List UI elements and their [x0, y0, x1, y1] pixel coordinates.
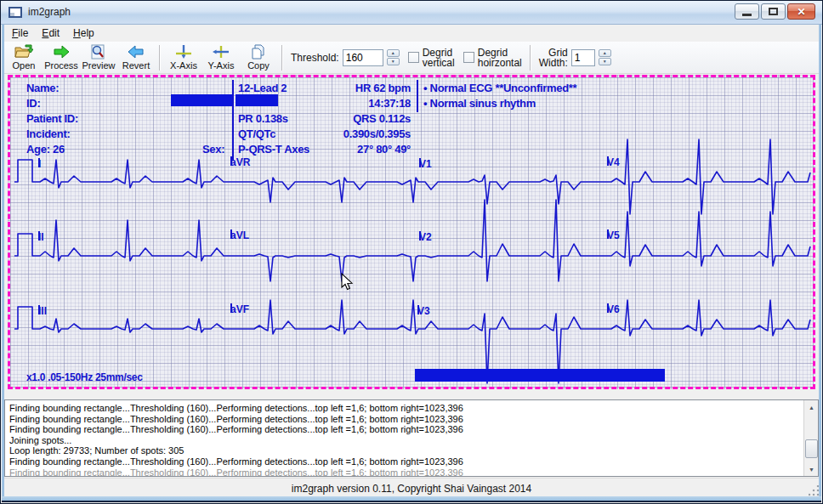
threshold-label: Threshold: [291, 52, 339, 64]
x-axis-icon [174, 44, 193, 59]
menu-item-help[interactable]: Help [66, 25, 101, 42]
mouse-cursor [341, 273, 356, 292]
log-lines: Finding bounding rectangle...Thresholdin… [9, 403, 801, 477]
ecg-waveform-row-1 [14, 139, 810, 214]
process-arrow-icon [52, 44, 71, 59]
title-bar: im2graph ✕ [1, 1, 822, 25]
redaction-bar [171, 94, 232, 106]
degrid-horizontal-label: Degridhoirzontal [478, 48, 522, 68]
menu-item-file[interactable]: File [5, 25, 35, 42]
menu-item-edit[interactable]: Edit [35, 25, 66, 42]
copy-button[interactable]: Copy [240, 42, 277, 73]
toolbar: Open Process Preview Revert X-Axis Y-Axi… [2, 42, 821, 74]
ecg-qt-values: 0.390s/0.395s [299, 127, 411, 143]
close-icon: ✕ [797, 7, 805, 17]
ecg-trace-svg [10, 77, 813, 387]
ecg-lead-type: 12-Lead 2 [238, 82, 287, 94]
ecg-qrs-value: QRS 0.112s [299, 112, 411, 127]
ecg-id-label: ID: [26, 97, 40, 110]
window-border-bottom [2, 496, 821, 502]
x-axis-button[interactable]: X-Axis [165, 42, 202, 73]
status-bar: im2graph version 0.11, Copyright Shai Va… [2, 478, 821, 498]
open-button[interactable]: Open [5, 42, 43, 73]
log-line: Loop length: 29733; Number of spots: 305 [9, 445, 801, 456]
process-button[interactable]: Process [43, 42, 80, 73]
app-window: im2graph ✕ File Edit Help Open Process P… [0, 0, 823, 504]
ecg-image-panel[interactable]: Name: ID: Patient ID: Incident: Age: 26 … [8, 75, 815, 389]
grid-width-input[interactable] [571, 49, 595, 66]
grid-width-spinner-down[interactable]: ▼ [599, 58, 611, 65]
minimize-button[interactable] [735, 3, 759, 20]
revert-button[interactable]: Revert [117, 42, 155, 73]
toolbar-separator [530, 45, 531, 71]
ecg-pr-value: PR 0.138s [238, 112, 288, 125]
ecg-patient-id-label: Patient ID: [26, 112, 78, 125]
toolbar-separator [159, 45, 161, 71]
window-title: im2graph [28, 6, 71, 18]
log-output-panel[interactable]: Finding bounding rectangle...Thresholdin… [4, 399, 819, 477]
log-line: Joining spots... [9, 435, 801, 446]
ecg-name-label: Name: [26, 82, 59, 94]
status-text: im2graph version 0.11, Copyright Shai Va… [292, 483, 531, 495]
ecg-measurements: HR 62 bpm 14:37:18 QRS 0.112s 0.390s/0.3… [299, 82, 411, 158]
ecg-qt-label: QT/QTc [238, 127, 275, 140]
ecg-footer: x1.0 .05-150Hz 25mm/sec [26, 371, 143, 383]
ecg-incident-label: Incident: [26, 127, 70, 140]
ecg-age-value: Age: 26 [26, 143, 65, 156]
close-button[interactable]: ✕ [787, 3, 815, 20]
threshold-input[interactable] [343, 49, 383, 66]
revert-arrow-icon [127, 44, 145, 59]
degrid-vertical-checkbox[interactable] [408, 52, 419, 63]
grid-width-label: GridWidth: [539, 48, 568, 68]
redaction-bar [415, 369, 665, 382]
redaction-bar [236, 94, 278, 106]
window-border-right [819, 25, 821, 498]
ecg-sex-label: Sex: [202, 143, 224, 156]
degrid-horizontal-checkbox[interactable] [463, 52, 474, 63]
scrollbar-down-button[interactable]: ▼ [804, 462, 819, 476]
preview-button[interactable]: Preview [80, 42, 117, 73]
window-border-left [2, 25, 4, 498]
threshold-spinner-down[interactable]: ▼ [387, 58, 400, 65]
log-line: Finding bounding rectangle...Thresholdin… [9, 456, 801, 467]
log-scrollbar[interactable]: ▲ ▼ [803, 400, 818, 476]
copy-icon [249, 44, 268, 59]
scrollbar-up-button[interactable]: ▲ [804, 400, 819, 414]
ecg-column-divider [232, 80, 234, 160]
ecg-time-value: 14:37:18 [299, 97, 411, 112]
minimize-icon [742, 14, 752, 16]
preview-magnifier-icon [89, 44, 108, 59]
ecg-column-divider [417, 80, 418, 112]
ecg-axes-values: 27° 80° 49° [299, 143, 411, 158]
ecg-waveform-row-2 [14, 200, 810, 281]
log-line-partial: Finding bounding rectangle...Thresholdin… [9, 467, 801, 477]
y-axis-button[interactable]: Y-Axis [202, 42, 240, 73]
y-axis-icon [212, 44, 230, 59]
log-line: Finding bounding rectangle...Thresholdin… [9, 424, 801, 435]
scrollbar-thumb[interactable] [805, 439, 818, 458]
grid-width-spinner-up[interactable]: ▲ [599, 49, 611, 57]
menu-bar: File Edit Help [2, 25, 821, 42]
threshold-spinner-up[interactable]: ▲ [387, 49, 400, 57]
ecg-finding-2: • Normal sinus rhythm [423, 97, 536, 110]
ecg-finding-1: • Normal ECG **Unconfirmed** [423, 82, 576, 94]
log-line: Finding bounding rectangle...Thresholdin… [9, 403, 801, 414]
app-icon [9, 7, 22, 18]
degrid-vertical-label: Degridvertical [423, 48, 455, 68]
toolbar-separator [281, 45, 283, 71]
ecg-hr-value: HR 62 bpm [299, 82, 411, 97]
maximize-button[interactable] [761, 3, 786, 20]
maximize-icon [769, 8, 778, 15]
open-folder-icon [14, 44, 33, 59]
log-line: Finding bounding rectangle...Thresholdin… [9, 414, 801, 425]
